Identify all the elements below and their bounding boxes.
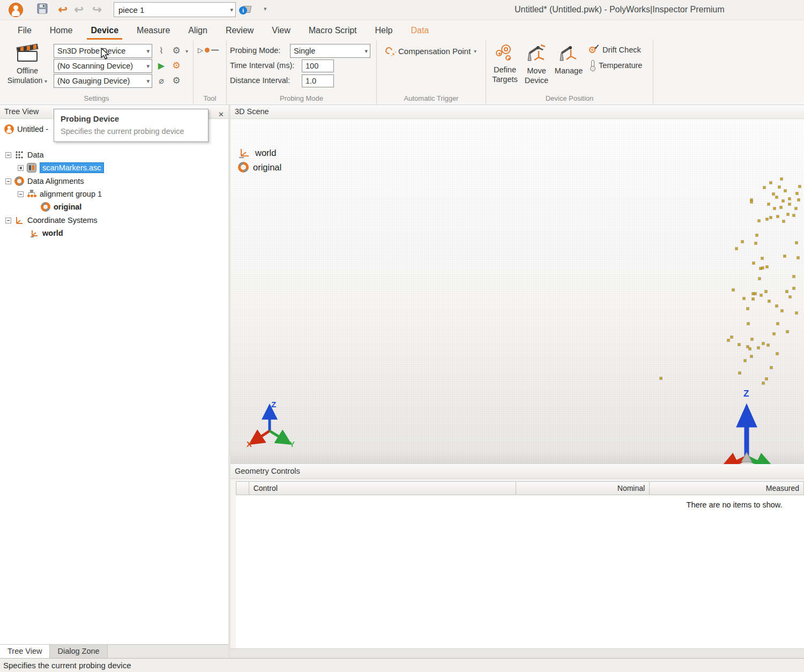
- window-title: Untitled* (Untitled.pwk) - PolyWorks|Ins…: [515, 5, 725, 14]
- object-info-icon[interactable]: i: [239, 3, 253, 17]
- scene-header: 3D Scene: [230, 105, 804, 119]
- ribbon-tab-bar: File Home Device Measure Align Review Vi…: [0, 20, 804, 40]
- temperature-button[interactable]: Temperature: [590, 60, 642, 71]
- undo-icon[interactable]: ↩: [56, 3, 70, 17]
- collapse-icon[interactable]: [5, 152, 11, 158]
- collapse-icon[interactable]: [5, 218, 11, 223]
- chevron-down-icon[interactable]: ▾: [230, 6, 233, 13]
- save-icon[interactable]: [35, 3, 49, 17]
- measured-point: [776, 353, 778, 355]
- group-automatic-trigger: Compensation Point ▾ Automatic Trigger: [377, 40, 486, 104]
- robot-arm-icon: [525, 43, 548, 63]
- tab-macro-script[interactable]: Macro Script: [300, 20, 366, 40]
- measured-point: [744, 360, 746, 362]
- column-measured[interactable]: Measured: [650, 482, 803, 495]
- tab-measure[interactable]: Measure: [128, 20, 179, 40]
- clapperboard-icon: [17, 44, 38, 63]
- tree-item-data[interactable]: Data: [5, 149, 44, 161]
- geometry-controls-header: Geometry Controls: [230, 464, 804, 479]
- tree-item-scanmarkers[interactable]: scanMarkers.asc: [18, 162, 104, 174]
- chevron-down-icon[interactable]: ▾: [185, 48, 188, 54]
- scanner-properties-gear-icon[interactable]: ⚙: [169, 59, 183, 73]
- measured-point: [768, 300, 770, 302]
- measured-point: [758, 220, 760, 222]
- alignment-icon: [14, 176, 24, 186]
- measured-point: [793, 275, 795, 278]
- geometry-controls-table: Control Nominal Measured There are no it…: [236, 481, 804, 648]
- measured-point: [756, 234, 758, 236]
- drift-check-button[interactable]: ✓ Drift Check: [589, 45, 641, 55]
- measured-point: [752, 298, 754, 300]
- measured-point: [761, 257, 763, 259]
- group-settings: Offline Simulation ▾ Sn3D Probe Device ▾…: [0, 40, 193, 104]
- tab-tree-view[interactable]: Tree View: [0, 644, 50, 658]
- scanning-device-combo[interactable]: (No Scanning Device) ▾: [54, 59, 152, 73]
- measured-point: [799, 185, 801, 188]
- tab-review[interactable]: Review: [217, 20, 263, 40]
- tab-device[interactable]: Device: [81, 20, 128, 40]
- tree-item-world[interactable]: world: [29, 227, 63, 239]
- orientation-triad-icon[interactable]: Z X Y: [241, 393, 300, 452]
- compensation-point-button[interactable]: Compensation Point ▾: [384, 46, 477, 56]
- offline-simulation-button[interactable]: Offline Simulation ▾: [3, 43, 51, 91]
- tree-item-untitled[interactable]: Untitled -: [4, 123, 48, 135]
- manage-button[interactable]: Manage: [553, 43, 585, 76]
- quick-access-more-icon[interactable]: ▾: [264, 5, 267, 12]
- distance-interval-input[interactable]: 1.0: [302, 74, 334, 87]
- tree-item-original[interactable]: original: [41, 201, 81, 213]
- targets-icon: [495, 43, 515, 63]
- tree-body: Untitled - Data scanMarkers.asc Data Ali…: [0, 119, 228, 644]
- chevron-down-icon: ▾: [146, 78, 150, 85]
- scanner-start-icon[interactable]: ▶: [154, 59, 168, 73]
- tool-probe-icon[interactable]: ▷ —: [198, 46, 219, 54]
- probe-calibration-icon[interactable]: ⌇: [154, 44, 168, 58]
- drift-check-label: Drift Check: [602, 46, 641, 54]
- tooltip-title: Probing Device: [61, 114, 202, 123]
- tree-item-coordinate-systems[interactable]: Coordinate Systems: [5, 214, 98, 226]
- group-label-settings: Settings: [0, 94, 193, 102]
- offline-label-1: Offline: [17, 66, 38, 75]
- group-label-tool: Tool: [193, 94, 226, 102]
- collapse-icon[interactable]: [5, 178, 11, 184]
- tab-view[interactable]: View: [263, 20, 299, 40]
- gauging-device-combo[interactable]: (No Gauging Device) ▾: [54, 74, 152, 88]
- column-control[interactable]: Control: [249, 482, 517, 495]
- tab-dialog-zone[interactable]: Dialog Zone: [50, 645, 107, 658]
- collapse-icon[interactable]: [18, 191, 24, 197]
- measured-point: [747, 308, 749, 310]
- tab-file[interactable]: File: [9, 20, 41, 40]
- gauge-settings-icon[interactable]: ⌀: [154, 74, 168, 88]
- redo-icon[interactable]: ↪: [90, 3, 104, 17]
- tree-item-data-alignments[interactable]: Data Alignments: [5, 175, 84, 187]
- probing-device-value: Sn3D Probe Device: [57, 47, 125, 55]
- axis-z-label: Z: [743, 389, 749, 399]
- scene-3d[interactable]: world original Z X Y: [230, 119, 804, 464]
- tab-align[interactable]: Align: [179, 20, 217, 40]
- define-targets-button[interactable]: Define Targets: [489, 43, 520, 84]
- column-selector[interactable]: [236, 482, 249, 495]
- undo-all-icon[interactable]: ↩: [72, 3, 86, 17]
- project-icon: [4, 124, 14, 134]
- piece-selector[interactable]: piece 1 ▾: [114, 2, 236, 17]
- measured-point: [788, 198, 791, 200]
- expand-icon[interactable]: [18, 165, 24, 171]
- probe-properties-gear-icon[interactable]: ⚙: [169, 44, 183, 58]
- measured-point: [749, 348, 751, 350]
- measured-point: [770, 182, 772, 184]
- measured-point: [766, 218, 768, 220]
- tab-help[interactable]: Help: [366, 20, 402, 40]
- time-interval-input[interactable]: 100: [302, 59, 334, 72]
- tab-data[interactable]: Data: [401, 20, 438, 40]
- probing-mode-combo[interactable]: Single ▾: [290, 44, 370, 58]
- gauge-properties-gear-icon[interactable]: ⚙: [169, 74, 183, 88]
- tree-item-alignment-group-1[interactable]: alignment group 1: [18, 188, 102, 200]
- measured-point: [754, 293, 756, 295]
- measured-point: [760, 294, 762, 296]
- polyworks-logo-icon[interactable]: [9, 3, 23, 17]
- measured-point: [750, 355, 753, 357]
- column-nominal[interactable]: Nominal: [516, 482, 650, 495]
- measured-point: [767, 344, 769, 346]
- move-device-button[interactable]: Move Device: [522, 43, 552, 85]
- tab-home[interactable]: Home: [41, 20, 82, 40]
- tooltip-description: Specifies the current probing device: [61, 127, 202, 136]
